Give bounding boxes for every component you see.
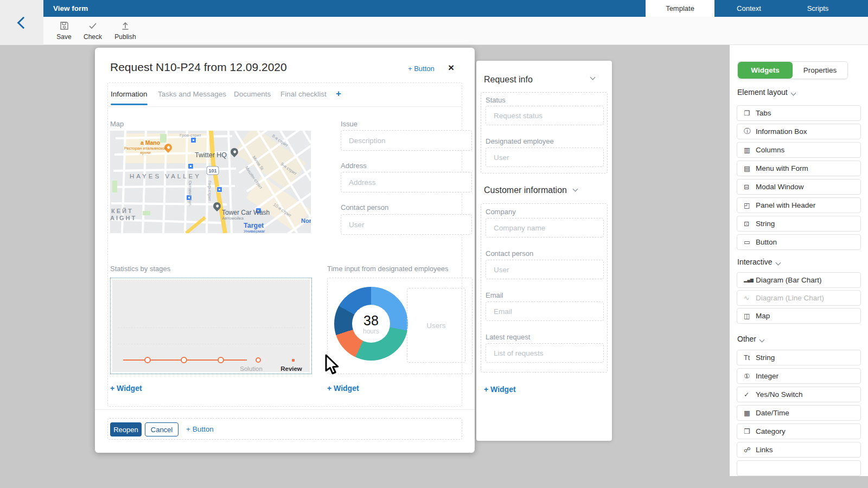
map-widget[interactable]: 101 a Mano Ресторан итальянской кухни Tw… [110, 131, 311, 233]
widget-item-string[interactable]: TtString [737, 350, 861, 365]
widget-item-string-layout[interactable]: ⊡String [737, 216, 861, 232]
widget-item-label: Date/Time [756, 409, 789, 417]
widget-item-label: String [756, 220, 775, 228]
add-button-link[interactable]: + Button [408, 65, 435, 73]
widget-item-label: Tabs [756, 109, 771, 117]
group-other[interactable]: Other [737, 335, 764, 343]
footer-divider [95, 409, 475, 410]
info-panel: Request info Status Request status Desig… [476, 61, 612, 441]
chevron-down-icon [573, 187, 578, 192]
data-point [218, 357, 224, 363]
tab-context[interactable]: Context [714, 0, 783, 17]
group-element-layout-label: Element layout [737, 88, 788, 97]
widget-item-columns[interactable]: ▥Columns [737, 142, 861, 158]
page-title: View form [53, 0, 88, 17]
customer-information-header[interactable]: Customer information [484, 185, 567, 195]
widget-item-information-box[interactable]: ⓘInformation Box [737, 124, 861, 139]
toolbar: Save Check Publish [43, 17, 868, 45]
widget-item-modal-window[interactable]: ⊟Modal Window [737, 179, 861, 195]
widget-item-date-time[interactable]: ▦Date/Time [737, 405, 861, 421]
designated-employee-input[interactable]: User [486, 147, 604, 167]
widget-item-label: Yes/No Switch [756, 390, 803, 399]
widget-item-diagram-bar-chart[interactable]: ▂▄▆Diagram (Bar Chart) [737, 272, 861, 288]
email-label: Email [486, 291, 503, 299]
cancel-button[interactable]: Cancel [145, 422, 178, 436]
save-label: Save [56, 33, 71, 41]
form-tab-final-checklist[interactable]: Final checklist [280, 90, 327, 98]
check-button[interactable]: Check [80, 20, 105, 41]
widget-item-category[interactable]: ❒Category [737, 423, 861, 439]
checkmark-icon [80, 21, 105, 33]
issue-input[interactable]: Description [341, 130, 472, 151]
widget-item-yes-no-switch[interactable]: ✓Yes/No Switch [737, 387, 861, 402]
widget-item-panel-with-header[interactable]: ◰Panel with Header [737, 197, 861, 213]
email-input[interactable]: Email [486, 301, 604, 321]
latest-request-input[interactable]: List of requests [486, 343, 604, 363]
folder-icon: ❒ [744, 427, 756, 435]
group-interactive[interactable]: Interactive [737, 258, 780, 266]
columns-icon: ▥ [744, 146, 756, 154]
contact-person-label: Contact person [486, 249, 533, 258]
chevron-down-icon [760, 337, 765, 343]
form-tab-documents[interactable]: Documents [234, 90, 271, 98]
widgets-sidebar: Widgets Properties Element layout ❐Tabs … [730, 45, 868, 476]
group-other-label: Other [737, 335, 756, 343]
form-tab-information[interactable]: Information [111, 90, 148, 98]
widget-item-diagram-line-chart: ∿Diagram (Line Chart) [737, 290, 861, 306]
map-base: 101 [110, 131, 311, 233]
line-chart-area: Solution Review [112, 280, 310, 372]
donut-chart-widget[interactable]: 38 hours Users [327, 278, 473, 374]
add-tab-icon[interactable]: + [336, 88, 341, 99]
close-icon[interactable]: × [448, 62, 454, 74]
contact-person-input[interactable]: User [486, 260, 604, 279]
tab-template[interactable]: Template [646, 0, 714, 17]
sidebar-tabs: Widgets Properties [737, 61, 848, 79]
request-info-header[interactable]: Request info [484, 75, 533, 85]
time-widget-label: Time input from designated employees [327, 265, 449, 273]
tab-properties[interactable]: Properties [793, 62, 847, 79]
widget-item-map[interactable]: ◫Map [737, 308, 861, 324]
publish-button[interactable]: Publish [112, 20, 139, 41]
transit-icon [186, 195, 192, 201]
group-element-layout[interactable]: Element layout [737, 88, 795, 97]
widget-item-links[interactable]: ☍Links [737, 442, 861, 458]
add-widget-link-right[interactable]: + Widget [327, 384, 359, 393]
widget-item-label: String [756, 354, 775, 362]
contact-person-input[interactable]: User [341, 214, 472, 235]
widget-item-label: Information Box [756, 127, 807, 136]
tab-scripts[interactable]: Scripts [783, 0, 852, 17]
group-interactive-label: Interactive [737, 258, 773, 266]
gridline [118, 328, 304, 328]
widget-item-integer[interactable]: ①Integer [737, 368, 861, 384]
widget-item-empty[interactable] [737, 460, 861, 476]
widget-item-label: Modal Window [756, 183, 804, 191]
form-tab-tasks-and-messages[interactable]: Tasks and Messages [158, 90, 226, 98]
widget-item-menu-with-form[interactable]: ▤Menu with Form [737, 160, 861, 176]
speech-bubble-icon: ⓘ [744, 127, 756, 136]
line-chart-widget[interactable]: Solution Review [110, 278, 312, 374]
footer-add-button-link[interactable]: + Button [186, 425, 214, 433]
add-widget-link-left[interactable]: + Widget [110, 384, 142, 393]
company-input[interactable]: Company name [486, 218, 604, 237]
users-legend-placeholder[interactable]: Users [407, 288, 465, 363]
line-chart-icon: ∿ [744, 294, 756, 302]
address-input[interactable]: Address [341, 172, 472, 192]
widget-item-button[interactable]: ▭Button [737, 234, 861, 250]
tab-widgets[interactable]: Widgets [738, 62, 793, 79]
reopen-button[interactable]: Reopen [110, 422, 142, 436]
issue-label: Issue [341, 120, 358, 128]
link-icon: ☍ [744, 446, 756, 454]
add-widget-link[interactable]: + Widget [484, 385, 516, 394]
save-button[interactable]: Save [53, 20, 75, 41]
widget-item-label: Category [756, 427, 786, 435]
designated-employee-label: Designated employee [486, 137, 554, 145]
contact-person-label: Contact person [341, 203, 388, 211]
chevron-down-icon [590, 75, 596, 80]
back-button[interactable] [0, 0, 43, 45]
button-icon: ▭ [744, 238, 756, 246]
widget-item-label: Panel with Header [756, 201, 815, 209]
modal-window-icon: ⊟ [744, 183, 756, 191]
status-input[interactable]: Request status [486, 106, 604, 125]
widget-item-tabs[interactable]: ❐Tabs [737, 105, 861, 121]
widget-item-label: Map [756, 312, 770, 320]
